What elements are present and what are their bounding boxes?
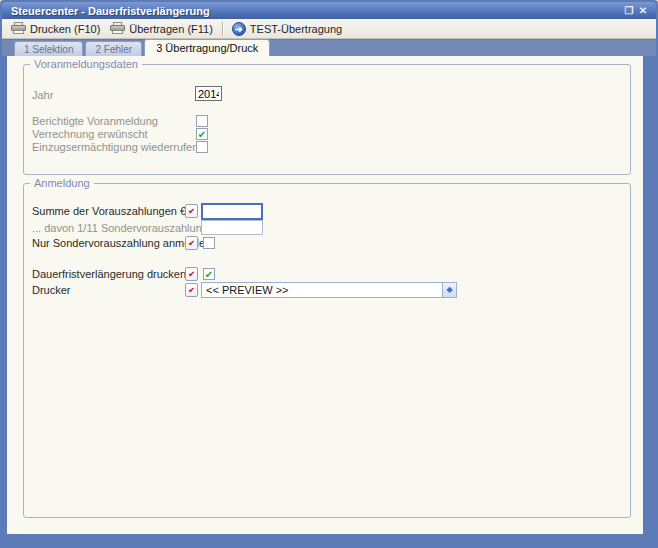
toolbar: Drucken (F10) Übertragen (F11) ➜ TEST-Üb… xyxy=(2,19,656,39)
field-status-check-icon[interactable]: ✔ xyxy=(185,283,198,297)
restore-icon[interactable]: ❐ xyxy=(622,5,636,16)
dropdown-arrow-icon[interactable]: ◆ xyxy=(442,283,456,297)
summe-vorauszahlungen-input[interactable] xyxy=(201,203,263,220)
davon-sondervorauszahlung-label: ... davon 1/11 Sondervorauszahlung xyxy=(32,222,208,234)
einzugsermaechtigung-checkbox[interactable]: ✔ xyxy=(196,141,208,153)
field-status-check-icon[interactable]: ✔ xyxy=(185,267,198,281)
dauerfrist-drucken-checkbox[interactable]: ✔ xyxy=(203,268,215,280)
group-anmeldung-title: Anmeldung xyxy=(30,177,94,189)
jahr-input[interactable] xyxy=(195,86,222,101)
tab-fehler[interactable]: 2 Fehler xyxy=(85,41,142,56)
printer-icon xyxy=(11,22,26,35)
tab-page: Voranmeldungsdaten Jahr Berichtigte Vora… xyxy=(7,56,643,534)
printer-transfer-icon xyxy=(110,22,125,35)
summe-vorauszahlungen-label: Summe der Vorauszahlungen € xyxy=(32,205,186,217)
nur-sondervorauszahlung-checkbox[interactable]: ✔ xyxy=(203,237,215,249)
einzugsermaechtigung-label: Einzugsermächtigung wiederrufen xyxy=(32,141,198,153)
field-status-check-icon[interactable]: ✔ xyxy=(185,236,198,250)
berichtigte-voranmeldung-checkbox[interactable]: ✔ xyxy=(196,115,208,127)
uebertragen-button-label: Übertragen (F11) xyxy=(129,23,213,35)
verrechnung-erwuenscht-checkbox[interactable]: ✔ xyxy=(196,128,208,140)
field-status-check-icon[interactable]: ✔ xyxy=(185,204,198,218)
tab-selektion[interactable]: 1 Selektion xyxy=(14,41,83,56)
test-uebertragung-button[interactable]: ➜ TEST-Übertragung xyxy=(227,20,347,38)
drucker-label: Drucker xyxy=(32,284,71,296)
title-bar: Steuercenter - Dauerfristverlängerung ❐ … xyxy=(2,2,656,19)
window-title: Steuercenter - Dauerfristverlängerung xyxy=(11,5,622,17)
drucken-button[interactable]: Drucken (F10) xyxy=(6,20,105,38)
tab-strip: 1 Selektion 2 Fehler 3 Übertragung/Druck xyxy=(2,40,656,56)
uebertragen-button[interactable]: Übertragen (F11) xyxy=(105,20,218,38)
close-icon[interactable]: ✕ xyxy=(636,5,650,16)
group-anmeldung: Anmeldung Summe der Vorauszahlungen € ✔ … xyxy=(23,183,631,518)
group-voranmeldungsdaten: Voranmeldungsdaten Jahr Berichtigte Vora… xyxy=(23,64,631,175)
dauerfrist-drucken-label: Dauerfristverlängerung drucken xyxy=(32,268,186,280)
jahr-label: Jahr xyxy=(32,89,53,101)
drucker-dropdown-value: << PREVIEW >> xyxy=(202,284,442,296)
davon-sondervorauszahlung-input[interactable] xyxy=(201,220,263,235)
tab-uebertragung-druck[interactable]: 3 Übertragung/Druck xyxy=(144,39,270,56)
toolbar-separator xyxy=(222,22,223,36)
blue-arrow-icon: ➜ xyxy=(232,22,246,36)
drucken-button-label: Drucken (F10) xyxy=(30,23,100,35)
app-window: Steuercenter - Dauerfristverlängerung ❐ … xyxy=(0,0,658,548)
test-uebertragung-button-label: TEST-Übertragung xyxy=(250,23,342,35)
verrechnung-erwuenscht-label: Verrechnung erwünscht xyxy=(32,128,148,140)
group-voranmeldungsdaten-title: Voranmeldungsdaten xyxy=(30,58,142,70)
drucker-dropdown[interactable]: << PREVIEW >> ◆ xyxy=(201,282,457,298)
berichtigte-voranmeldung-label: Berichtigte Voranmeldung xyxy=(32,115,158,127)
